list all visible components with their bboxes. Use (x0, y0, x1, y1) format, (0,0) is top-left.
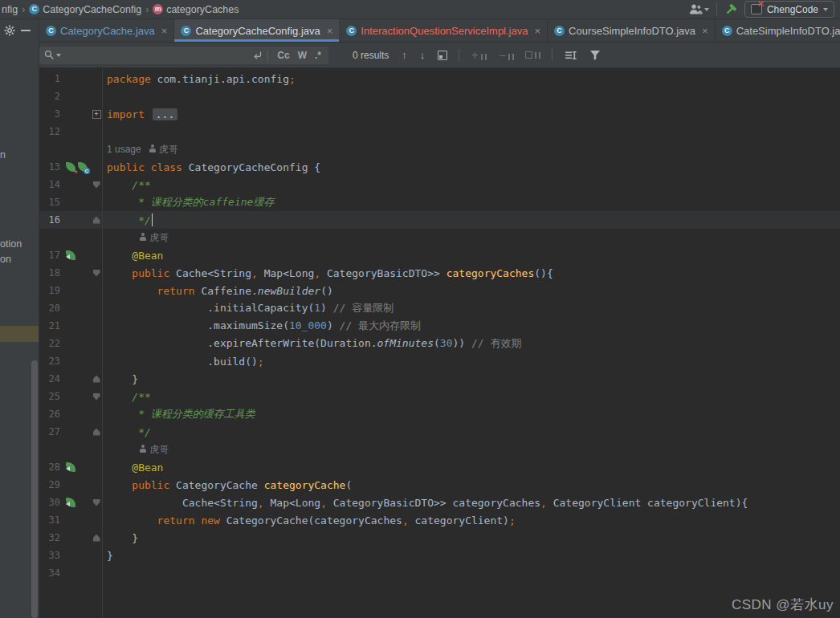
line-number[interactable]: 2 (39, 91, 60, 102)
tab-CategoryCacheConfig.java[interactable]: CCategoryCacheConfig.java× (174, 19, 340, 42)
spring-config-icon[interactable] (66, 162, 75, 172)
usages-hint[interactable]: 1 usage (107, 144, 141, 155)
select-all-occurrences-button[interactable] (525, 51, 540, 59)
code-line[interactable]: 24 } (39, 370, 840, 388)
line-number[interactable]: 1 (39, 73, 60, 84)
previous-occurrence-button[interactable]: ↑ (402, 49, 407, 61)
build-button[interactable] (724, 3, 737, 16)
code-line[interactable]: 23 .build(); (39, 352, 840, 370)
line-number[interactable]: 14 (39, 179, 60, 190)
line-number[interactable]: 26 (39, 409, 60, 420)
search-input[interactable] (64, 49, 252, 62)
spring-java-config-icon[interactable] (78, 162, 88, 172)
line-number[interactable]: 31 (39, 514, 60, 526)
open-in-find-window-button[interactable] (438, 51, 447, 60)
next-occurrence-button[interactable]: ↓ (420, 49, 426, 61)
fold-collapse-icon[interactable] (93, 217, 100, 224)
remove-occurrence-button[interactable]: − (498, 51, 514, 60)
line-number[interactable]: 15 (39, 197, 60, 208)
tree-item[interactable]: n (0, 149, 6, 161)
folded-imports[interactable]: ... (153, 108, 177, 120)
line-number[interactable]: 19 (39, 285, 60, 296)
code-line[interactable]: 14 /** (39, 176, 840, 193)
line-number[interactable]: 12 (39, 126, 60, 137)
line-number[interactable]: 20 (39, 303, 60, 314)
fold-expand-icon[interactable]: + (92, 110, 101, 119)
line-number[interactable]: 23 (39, 356, 60, 367)
fold-collapse-icon[interactable] (93, 393, 100, 400)
regex-toggle[interactable]: .* (311, 50, 325, 61)
code-line[interactable]: 33} (39, 547, 840, 564)
tree-item[interactable]: otion (0, 238, 22, 250)
tab-CourseSimpleInfoDTO.java[interactable]: CCourseSimpleInfoDTO.java× (548, 19, 716, 42)
code-line[interactable]: 12 (39, 123, 840, 140)
inlay-hint-row[interactable]: 虎哥 (39, 441, 840, 458)
tab-CateSimpleInfoDTO.java[interactable]: CCateSimpleInfoDTO.java (716, 19, 840, 42)
fold-collapse-icon[interactable] (93, 535, 100, 542)
spring-bean-icon[interactable] (66, 462, 75, 472)
spring-bean-icon[interactable] (66, 250, 75, 260)
fold-collapse-icon[interactable] (93, 376, 100, 383)
line-number[interactable]: 17 (39, 250, 60, 261)
tree-selection-bar[interactable] (0, 326, 39, 342)
author-name[interactable]: 虎哥 (149, 444, 169, 455)
line-number[interactable]: 22 (39, 338, 60, 349)
users-button[interactable] (689, 4, 709, 14)
inlay-hint-row[interactable]: 虎哥 (39, 229, 840, 246)
line-number[interactable]: 30 (39, 497, 60, 508)
hide-toolwindow-icon[interactable] (21, 30, 31, 31)
line-number[interactable]: 27 (39, 426, 60, 437)
code-line[interactable]: 18 public Cache<String, Map<Long, Catego… (39, 264, 840, 282)
inlay-hint-row[interactable]: 1 usage虎哥 (39, 140, 840, 158)
code-line[interactable]: 3+import ... (39, 105, 840, 123)
line-number[interactable]: 29 (39, 479, 60, 490)
code-line[interactable]: 17 @Bean (39, 246, 840, 264)
line-number[interactable]: 25 (39, 391, 60, 402)
breadcrumb-item[interactable]: mcategoryCaches (153, 4, 239, 15)
code-line[interactable]: 2 (39, 87, 840, 105)
code-line[interactable]: 26 * 课程分类的缓存工具类 (39, 405, 840, 423)
code-line[interactable]: 29 public CategoryCache categoryCache( (39, 476, 840, 494)
code-line[interactable]: 32 } (39, 529, 840, 547)
author-name[interactable]: 虎哥 (159, 144, 178, 155)
code-line[interactable]: 1package com.tianji.api.config; (39, 70, 840, 87)
code-line[interactable]: 27 */ (39, 423, 840, 441)
line-number[interactable]: 28 (39, 461, 60, 473)
close-icon[interactable]: × (327, 25, 333, 37)
words-toggle[interactable]: W (294, 50, 311, 61)
match-case-toggle[interactable]: Cc (273, 50, 293, 61)
code-line[interactable]: 20 .initialCapacity(1) // 容量限制 (39, 299, 840, 317)
code-line[interactable]: 34 (39, 564, 840, 582)
code-line[interactable]: 22 .expireAfterWrite(Duration.ofMinutes(… (39, 335, 840, 352)
line-number[interactable]: 34 (39, 567, 60, 579)
close-icon[interactable]: × (161, 25, 168, 37)
tab-CategoryCache.java[interactable]: CCategoryCache.java× (39, 19, 174, 42)
code-line[interactable]: 15 * 课程分类的caffeine缓存 (39, 193, 840, 211)
search-field[interactable]: Cc W .* (39, 47, 328, 64)
code-editor[interactable]: 1package com.tianji.api.config;23+import… (39, 68, 840, 618)
breadcrumb-item[interactable]: nfig (2, 4, 18, 15)
add-occurrence-button[interactable]: + (471, 51, 487, 60)
search-field-options-icon[interactable] (565, 51, 577, 60)
close-icon[interactable]: × (702, 25, 708, 37)
fold-collapse-icon[interactable] (93, 181, 100, 189)
tab-InteractionQuestionServiceImpl.java[interactable]: CInteractionQuestionServiceImpl.java× (340, 19, 548, 42)
code-line[interactable]: 19 return Caffeine.newBuilder() (39, 282, 840, 299)
close-icon[interactable]: × (534, 25, 540, 37)
spring-bean-icon[interactable] (66, 498, 75, 507)
line-number[interactable]: 16 (39, 214, 60, 226)
code-line[interactable]: 28 @Bean (39, 458, 840, 476)
search-history-icon[interactable] (56, 54, 61, 57)
code-line[interactable]: 16 */ (39, 211, 840, 229)
fold-collapse-icon[interactable] (93, 270, 100, 277)
line-number[interactable]: 18 (39, 267, 60, 279)
gear-icon[interactable] (4, 25, 15, 36)
line-number[interactable]: 21 (39, 320, 60, 331)
fold-collapse-icon[interactable] (93, 429, 100, 436)
code-line[interactable]: 31 return new CategoryCache(categoryCach… (39, 511, 840, 529)
line-number[interactable]: 24 (39, 373, 60, 384)
fold-collapse-icon[interactable] (93, 499, 100, 506)
newline-icon[interactable] (252, 51, 263, 60)
code-line[interactable]: 25 /** (39, 388, 840, 405)
breadcrumb-item[interactable]: CCategoryCacheConfig (29, 4, 141, 15)
